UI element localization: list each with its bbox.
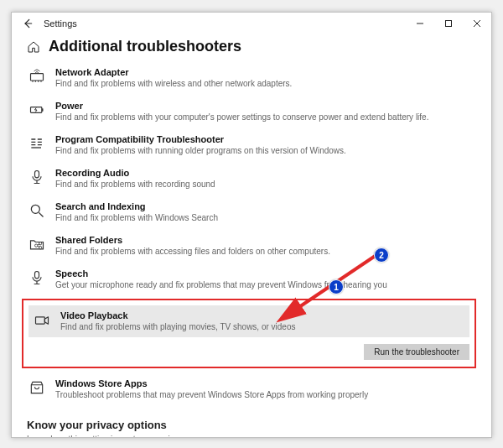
- highlighted-selection-box: Video Playback Find and fix problems wit…: [22, 299, 476, 368]
- troubleshooter-item[interactable]: Network Adapter Find and fix problems wi…: [27, 62, 476, 96]
- svg-point-7: [31, 205, 39, 213]
- program-compatibility-icon: [29, 135, 45, 152]
- back-arrow-icon: [22, 18, 34, 29]
- troubleshooter-desc: Find and fix problems with wireless and …: [55, 78, 473, 89]
- troubleshooter-title: Shared Folders: [55, 235, 473, 245]
- maximize-icon: [444, 19, 453, 28]
- minimize-button[interactable]: [406, 13, 434, 34]
- home-icon[interactable]: [27, 40, 40, 54]
- video-playback-icon: [34, 312, 50, 329]
- settings-window: Settings Additional troubleshooters: [11, 12, 492, 438]
- titlebar: Settings: [12, 13, 491, 34]
- svg-rect-2: [446, 21, 452, 27]
- troubleshooter-item[interactable]: Recording Audio Find and fix problems wi…: [27, 163, 476, 196]
- troubleshooter-desc: Troubleshoot problems that may prevent W…: [55, 389, 473, 400]
- troubleshooter-item-selected[interactable]: Video Playback Find and fix problems wit…: [29, 305, 469, 337]
- store-apps-icon: [29, 379, 45, 396]
- troubleshooter-desc: Find and fix problems with running older…: [55, 145, 473, 156]
- troubleshooter-desc: Find and fix problems with accessing fil…: [55, 246, 473, 257]
- troubleshooter-desc: Find and fix problems with recording sou…: [55, 179, 473, 190]
- troubleshooter-title: Search and Indexing: [55, 201, 473, 211]
- close-icon: [473, 19, 481, 28]
- privacy-desc: Learn how this setting impacts your priv…: [27, 435, 476, 437]
- shared-folders-icon: [29, 236, 45, 253]
- troubleshooter-title: Network Adapter: [55, 67, 473, 77]
- svg-point-11: [35, 244, 38, 247]
- troubleshooter-title: Windows Store Apps: [55, 378, 473, 388]
- minimize-icon: [416, 19, 424, 28]
- power-icon: [29, 102, 45, 118]
- troubleshooter-item[interactable]: Speech Get your microphone ready and fix…: [27, 263, 476, 297]
- network-adapter-icon: [29, 68, 45, 85]
- troubleshooter-desc: Find and fix problems with your computer…: [55, 112, 473, 122]
- troubleshooter-title: Speech: [55, 268, 473, 279]
- svg-rect-6: [35, 171, 39, 178]
- microphone-icon: [29, 169, 45, 185]
- troubleshooter-item[interactable]: Shared Folders Find and fix problems wit…: [27, 230, 476, 263]
- privacy-section: Know your privacy options Learn how this…: [27, 419, 476, 437]
- svg-rect-5: [42, 108, 44, 111]
- troubleshooter-title: Program Compatibility Troubleshooter: [55, 134, 473, 144]
- troubleshooter-title: Power: [55, 101, 473, 111]
- troubleshooter-list: Network Adapter Find and fix problems wi…: [27, 62, 476, 407]
- privacy-title: Know your privacy options: [27, 419, 476, 431]
- troubleshooter-item[interactable]: Power Find and fix problems with your co…: [27, 96, 476, 129]
- content-area: Additional troubleshooters Network Adapt…: [12, 34, 491, 437]
- troubleshooter-item[interactable]: Search and Indexing Find and fix problem…: [27, 196, 476, 230]
- troubleshooter-desc: Find and fix problems with Windows Searc…: [55, 212, 473, 223]
- svg-rect-3: [31, 74, 44, 81]
- window-title: Settings: [44, 18, 77, 29]
- search-icon: [29, 202, 45, 219]
- svg-rect-12: [35, 272, 39, 279]
- page-title-row: Additional troubleshooters: [27, 38, 476, 55]
- troubleshooter-item[interactable]: Windows Store Apps Troubleshoot problems…: [27, 373, 476, 407]
- svg-line-8: [39, 213, 44, 217]
- back-button[interactable]: [17, 13, 39, 34]
- maximize-button[interactable]: [434, 13, 463, 34]
- troubleshooter-desc: Find and fix problems with playing movie…: [60, 321, 464, 332]
- svg-rect-13: [36, 317, 45, 324]
- speech-icon: [29, 269, 45, 286]
- troubleshooter-item[interactable]: Program Compatibility Troubleshooter Fin…: [27, 129, 476, 163]
- page-title: Additional troubleshooters: [49, 38, 241, 55]
- run-troubleshooter-button[interactable]: Run the troubleshooter: [364, 344, 469, 360]
- troubleshooter-title: Recording Audio: [55, 168, 473, 178]
- troubleshooter-desc: Get your microphone ready and fix proble…: [55, 279, 473, 290]
- troubleshooter-title: Video Playback: [60, 310, 464, 320]
- close-button[interactable]: [463, 13, 491, 34]
